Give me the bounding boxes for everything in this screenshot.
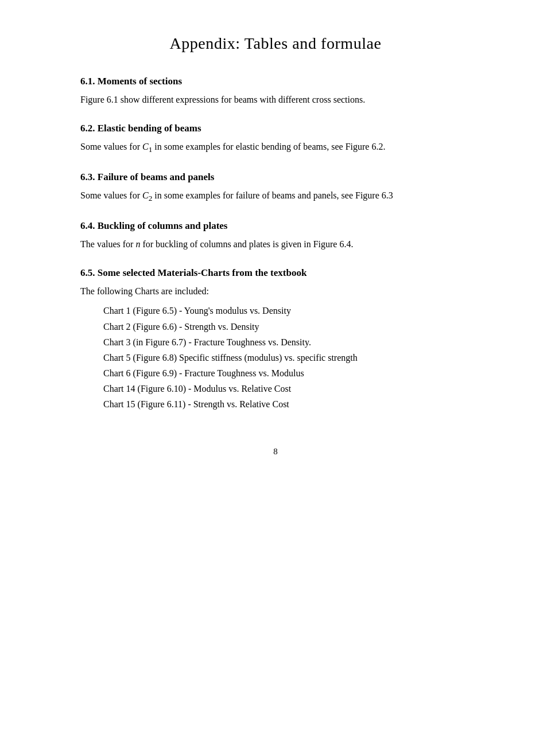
chart-list-item-3: Chart 3 (in Figure 6.7) - Fracture Tough… xyxy=(103,334,471,350)
section-6-5: 6.5. Some selected Materials-Charts from… xyxy=(80,267,471,412)
section-6-2-para-1: Some values for C1 in some examples for … xyxy=(80,140,471,155)
section-6-4: 6.4. Buckling of columns and plates The … xyxy=(80,220,471,251)
section-6-4-para-1: The values for n for buckling of columns… xyxy=(80,237,471,251)
section-6-1-para-1: Figure 6.1 show different expressions fo… xyxy=(80,93,471,107)
section-6-3-heading: 6.3. Failure of beams and panels xyxy=(80,172,471,183)
chart-list-item-2: Chart 2 (Figure 6.6) - Strength vs. Dens… xyxy=(103,319,471,334)
page-number: 8 xyxy=(80,447,471,457)
chart-list-item-1: Chart 1 (Figure 6.5) - Young's modulus v… xyxy=(103,303,471,318)
section-6-4-heading: 6.4. Buckling of columns and plates xyxy=(80,220,471,232)
chart-list-item-6: Chart 14 (Figure 6.10) - Modulus vs. Rel… xyxy=(103,381,471,396)
chart-list-item-7: Chart 15 (Figure 6.11) - Strength vs. Re… xyxy=(103,396,471,412)
chart-list-item-4: Chart 5 (Figure 6.8) Specific stiffness … xyxy=(103,350,471,365)
section-6-1: 6.1. Moments of sections Figure 6.1 show… xyxy=(80,76,471,107)
chart-list-item-5: Chart 6 (Figure 6.9) - Fracture Toughnes… xyxy=(103,365,471,381)
section-6-3: 6.3. Failure of beams and panels Some va… xyxy=(80,172,471,204)
section-6-2-heading: 6.2. Elastic bending of beams xyxy=(80,123,471,134)
page-title: Appendix: Tables and formulae xyxy=(80,34,471,53)
section-6-2: 6.2. Elastic bending of beams Some value… xyxy=(80,123,471,155)
page: Appendix: Tables and formulae 6.1. Momen… xyxy=(80,0,471,756)
chart-list: Chart 1 (Figure 6.5) - Young's modulus v… xyxy=(80,303,471,412)
section-6-1-heading: 6.1. Moments of sections xyxy=(80,76,471,87)
section-6-3-para-1: Some values for C2 in some examples for … xyxy=(80,189,471,204)
section-6-5-intro: The following Charts are included: xyxy=(80,285,471,298)
section-6-5-heading: 6.5. Some selected Materials-Charts from… xyxy=(80,267,471,279)
